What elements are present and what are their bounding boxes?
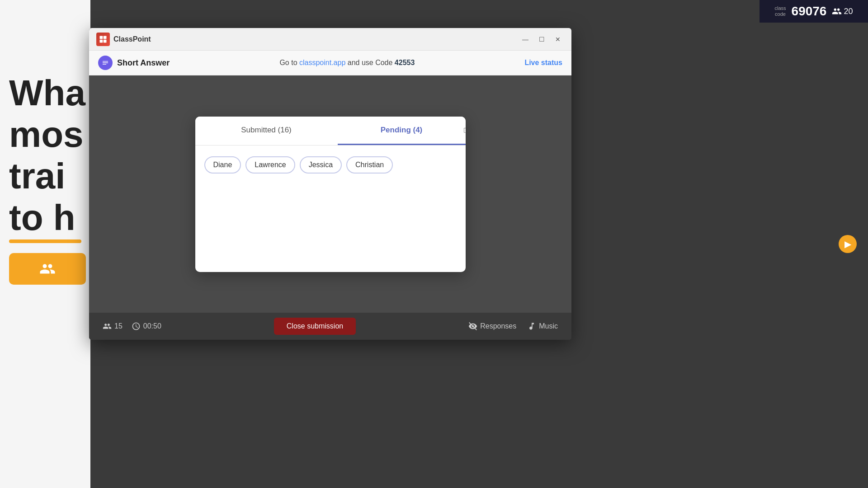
music-button[interactable]: Music bbox=[527, 322, 558, 331]
header-instruction: Go to classpoint.app and use Code 42553 bbox=[279, 59, 415, 67]
title-bar-left: ClassPoint bbox=[96, 33, 151, 46]
slide-text: Wha mos trai to h bbox=[9, 72, 85, 239]
main-content-area: Submitted (16) Pending (4) ☞ Diane Lawre… bbox=[89, 75, 571, 313]
header-left: Short Answer bbox=[98, 56, 170, 70]
title-bar: ClassPoint — ☐ ✕ bbox=[89, 28, 571, 51]
students-count-badge: 20 bbox=[832, 6, 853, 16]
bottom-bar: 15 00:50 Close submission Responses bbox=[89, 313, 571, 340]
svg-rect-3 bbox=[104, 39, 107, 42]
live-status-button[interactable]: Live status bbox=[524, 59, 562, 67]
header-bar: Short Answer Go to classpoint.app and us… bbox=[89, 51, 571, 75]
responses-label: Responses bbox=[480, 322, 516, 330]
slide-action-button[interactable] bbox=[9, 253, 86, 285]
music-label: Music bbox=[539, 322, 558, 330]
svg-rect-2 bbox=[100, 39, 103, 42]
join-code: 42553 bbox=[395, 59, 415, 66]
next-slide-button[interactable]: ▶ bbox=[839, 235, 857, 253]
svg-rect-0 bbox=[100, 36, 103, 39]
students-count: 15 bbox=[114, 322, 123, 330]
app-title: ClassPoint bbox=[113, 35, 151, 43]
short-answer-icon bbox=[98, 56, 113, 70]
class-code-label: class code bbox=[775, 5, 786, 17]
name-tag-christian: Christian bbox=[346, 156, 393, 174]
close-submission-button[interactable]: Close submission bbox=[274, 318, 356, 335]
minimize-button[interactable]: — bbox=[519, 33, 532, 46]
app-logo bbox=[96, 33, 110, 46]
bottom-left: 15 00:50 bbox=[103, 322, 161, 331]
tab-submitted[interactable]: Submitted (16) bbox=[195, 117, 338, 145]
slide-underline bbox=[9, 239, 81, 243]
modal-tabs: Submitted (16) Pending (4) ☞ bbox=[195, 117, 466, 145]
classpoint-window: ClassPoint — ☐ ✕ Short Answer Go to clas… bbox=[89, 28, 571, 340]
name-tags-area: Diane Lawrence Jessica Christian bbox=[195, 145, 466, 272]
window-controls: — ☐ ✕ bbox=[519, 33, 564, 46]
responses-button[interactable]: Responses bbox=[468, 322, 516, 331]
students-stat: 15 bbox=[103, 322, 123, 331]
slide-content-area: Wha mos trai to h bbox=[0, 0, 90, 488]
class-code-number: 69076 bbox=[792, 4, 827, 19]
modal-dialog: Submitted (16) Pending (4) ☞ Diane Lawre… bbox=[195, 117, 466, 272]
classpoint-link[interactable]: classpoint.app bbox=[299, 59, 345, 66]
maximize-button[interactable]: ☐ bbox=[535, 33, 548, 46]
bottom-right: Responses Music bbox=[468, 322, 558, 331]
close-button[interactable]: ✕ bbox=[552, 33, 564, 46]
name-tag-diane: Diane bbox=[204, 156, 241, 174]
name-tag-lawrence: Lawrence bbox=[245, 156, 295, 174]
timer-stat: 00:50 bbox=[132, 322, 161, 331]
short-answer-label: Short Answer bbox=[117, 58, 170, 68]
pending-names-list: Diane Lawrence Jessica Christian bbox=[204, 156, 457, 174]
tab-pending[interactable]: Pending (4) bbox=[338, 117, 466, 145]
class-code-bar: class code 69076 20 bbox=[760, 0, 868, 23]
timer: 00:50 bbox=[143, 322, 161, 330]
svg-rect-1 bbox=[104, 36, 107, 39]
name-tag-jessica: Jessica bbox=[300, 156, 342, 174]
